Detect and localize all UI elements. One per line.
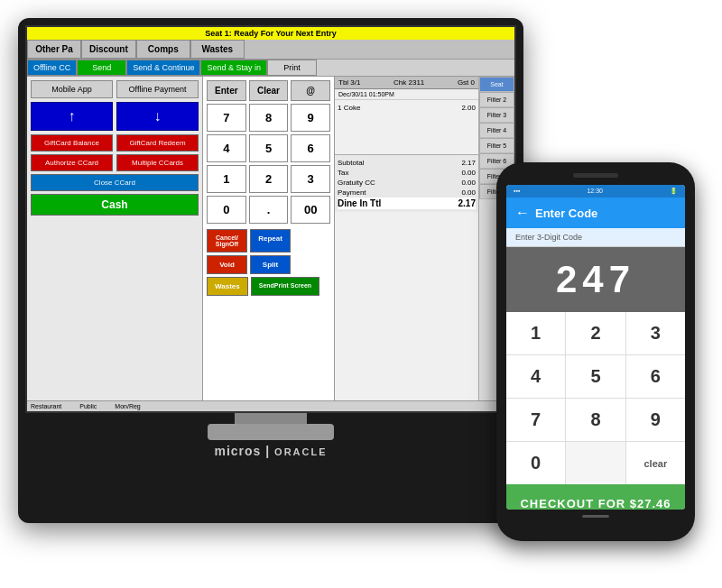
tax-row: Tax 0.00 (338, 168, 476, 178)
wastes-btn[interactable]: Wastes (207, 277, 248, 296)
send-btn[interactable]: Send (77, 60, 126, 76)
mobile-app-btn[interactable]: Mobile App (31, 80, 113, 98)
cash-btn[interactable]: Cash (31, 194, 199, 216)
key-2[interactable]: 2 (249, 165, 289, 193)
subtotal-val: 2.17 (461, 159, 476, 167)
nav-btn-other[interactable]: Other Pa (27, 40, 81, 59)
phone-key-1[interactable]: 1 (506, 312, 565, 354)
clear-key[interactable]: Clear (249, 80, 289, 101)
up-arrow-btn[interactable]: ↑ (31, 102, 113, 131)
key-3[interactable]: 3 (291, 165, 330, 193)
phone-key-6[interactable]: 6 (626, 355, 685, 398)
send-stay-btn[interactable]: Send & Stay in (200, 60, 267, 76)
cancel-signoff-btn[interactable]: Cancel/ SignOff (207, 229, 247, 253)
phone-header: ← Enter Code (506, 198, 685, 228)
tip-val: 0.00 (461, 179, 476, 187)
phone-checkout-btn[interactable]: CHECKOUT FOR $27.46 (506, 484, 685, 510)
split-btn[interactable]: Split (250, 255, 291, 274)
phone-key-4[interactable]: 4 (506, 355, 565, 398)
phone-screen: ▪▪▪ 12:30 🔋 ← Enter Code Enter 3-Digit C… (506, 185, 685, 510)
giftcard-row: GiftCard Balance GiftCard Redeem (31, 134, 199, 152)
tax-val: 0.00 (461, 169, 476, 177)
key-1[interactable]: 1 (207, 165, 246, 193)
item-name: 1 Coke (338, 104, 360, 112)
monitor-stand (235, 413, 307, 424)
dine-in-total-row: Dine In Ttl 2.17 (338, 198, 476, 209)
phone-key-3[interactable]: 3 (626, 312, 685, 354)
at-key[interactable]: @ (291, 80, 330, 101)
phone-key-2[interactable]: 2 (566, 312, 625, 354)
phone-battery-icon: 🔋 (670, 188, 678, 195)
phone-key-0[interactable]: 0 (506, 442, 565, 484)
key-7[interactable]: 7 (207, 104, 246, 132)
numpad-grid: 7 8 9 4 5 6 1 2 3 0 (207, 104, 330, 224)
filter-seat-btn[interactable]: Seat (479, 77, 514, 92)
numpad-area: Enter Clear @ 7 8 9 4 5 (203, 77, 334, 400)
numpad-and-btns: Enter Clear @ 7 8 9 4 5 (203, 77, 514, 400)
multiple-ccards-btn[interactable]: Multiple CCards (116, 154, 199, 171)
phone-key-9[interactable]: 9 (626, 399, 685, 441)
phone-home-btn[interactable] (582, 515, 609, 518)
key-dot[interactable]: . (249, 196, 289, 224)
dine-in-val: 2.17 (458, 198, 476, 208)
status-bar: Restaurant Public Mon/Reg (27, 400, 514, 411)
phone-numpad: 1 2 3 4 5 6 7 8 9 0 clear (506, 312, 685, 484)
enter-key[interactable]: Enter (207, 80, 246, 101)
print-btn[interactable]: Print (267, 60, 317, 76)
phone-speaker (573, 173, 618, 178)
monitor: Seat 1: Ready For Your Next Entry Other … (18, 18, 523, 523)
phone-key-clear[interactable]: clear (626, 442, 685, 484)
nav-btn-comps[interactable]: Comps (136, 40, 190, 59)
phone-key-5[interactable]: 5 (566, 355, 625, 398)
phone: ▪▪▪ 12:30 🔋 ← Enter Code Enter 3-Digit C… (496, 162, 695, 541)
authorize-ccard-btn[interactable]: Authorize CCard (31, 154, 113, 171)
left-panel: Mobile App Offline Payment ↑ ↓ GiftCard … (27, 77, 203, 400)
phone-key-8[interactable]: 8 (566, 399, 625, 441)
key-00[interactable]: 00 (291, 196, 330, 224)
repeat-btn[interactable]: Repeat (250, 229, 291, 253)
filter-3-btn[interactable]: Filter 3 (479, 107, 514, 123)
filter-4-btn[interactable]: Filter 4 (479, 123, 514, 138)
close-ccard-btn[interactable]: Close CCard (31, 174, 199, 191)
key-5[interactable]: 5 (249, 134, 289, 162)
monitor-brand: micros | ORACLE (214, 444, 327, 458)
nav-btn-discount[interactable]: Discount (81, 40, 136, 59)
giftcard-redeem-btn[interactable]: GiftCard Redeem (116, 134, 199, 152)
authorize-row: Authorize CCard Multiple CCards (31, 154, 199, 171)
nav-row: Other Pa Discount Comps Wastes (27, 40, 514, 60)
phone-header-title: Enter Code (535, 207, 597, 220)
status-restaurant: Restaurant (31, 403, 61, 409)
giftcard-balance-btn[interactable]: GiftCard Balance (31, 134, 113, 152)
order-totals: Subtotal 2.17 Tax 0.00 Gratuity CC (335, 154, 478, 212)
nav-btn-wastes[interactable]: Wastes (190, 40, 245, 59)
offline-payment-btn[interactable]: Offline Payment (116, 80, 199, 98)
key-6[interactable]: 6 (291, 134, 330, 162)
down-arrow-btn[interactable]: ↓ (116, 102, 199, 131)
screen-top-bar: Seat 1: Ready For Your Next Entry (27, 27, 514, 40)
order-item: 1 Coke 2.00 (338, 103, 476, 113)
key-0[interactable]: 0 (207, 196, 246, 224)
filter-2-btn[interactable]: Filter 2 (479, 92, 514, 107)
arrow-row: ↑ ↓ (31, 102, 199, 131)
offline-cc-btn[interactable]: Offline CC (27, 60, 77, 76)
void-btn[interactable]: Void (207, 255, 247, 274)
action-row: Offline CC Send Send & Continue Send & S… (27, 60, 514, 77)
order-date: Dec/30/11 01:50PM (335, 89, 478, 100)
key-8[interactable]: 8 (249, 104, 289, 132)
order-items: 1 Coke 2.00 (335, 100, 478, 154)
key-9[interactable]: 9 (291, 104, 330, 132)
card-btns: GiftCard Balance GiftCard Redeem Authori… (31, 134, 199, 216)
content-row: Mobile App Offline Payment ↑ ↓ GiftCard … (27, 77, 514, 400)
phone-status-bar: ▪▪▪ 12:30 🔋 (506, 185, 685, 198)
phone-code-display: 247 (506, 247, 685, 312)
filter-5-btn[interactable]: Filter 5 (479, 138, 514, 153)
phone-key-empty (566, 442, 625, 484)
tax-label: Tax (338, 169, 348, 177)
item-qty: 2.00 (461, 104, 476, 112)
phone-back-icon[interactable]: ← (515, 205, 530, 221)
sendprint-btn[interactable]: SendPrint Screen (251, 277, 319, 296)
key-4[interactable]: 4 (207, 134, 246, 162)
send-continue-btn[interactable]: Send & Continue (126, 60, 200, 76)
mid-section: Enter Clear @ 7 8 9 4 5 (203, 77, 514, 400)
phone-key-7[interactable]: 7 (506, 399, 565, 441)
